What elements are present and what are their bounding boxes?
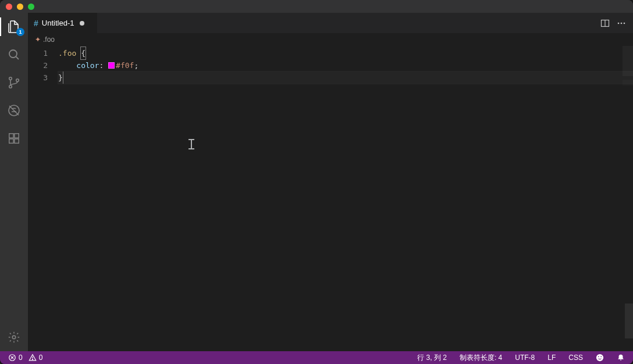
status-language[interactable]: CSS [566, 354, 585, 362]
settings-gear-icon[interactable] [7, 330, 21, 344]
text-cursor-icon [191, 139, 192, 149]
window-maximize-button[interactable] [28, 3, 34, 10]
svg-point-22 [598, 356, 599, 357]
status-tab-size[interactable]: 制表符长度: 4 [457, 353, 504, 363]
tab-title: Untitled-1 [42, 19, 74, 27]
svg-rect-9 [15, 134, 19, 138]
status-problems[interactable]: 0 0 [6, 351, 45, 364]
activity-bar: 1 [0, 13, 28, 351]
breadcrumb[interactable]: ✦ .foo [28, 33, 633, 46]
minimap[interactable] [623, 46, 633, 76]
svg-point-10 [12, 336, 16, 339]
code-line[interactable]: .foo { [58, 47, 633, 59]
svg-rect-6 [9, 134, 13, 138]
extensions-icon[interactable] [7, 131, 21, 145]
explorer-icon[interactable]: 1 [7, 20, 21, 34]
svg-point-3 [9, 85, 12, 88]
more-actions-icon[interactable] [617, 19, 626, 28]
search-icon[interactable] [7, 48, 21, 62]
svg-point-20 [32, 359, 33, 360]
svg-rect-8 [15, 139, 19, 143]
breadcrumb-symbol-icon: ✦ [35, 35, 41, 44]
code-area[interactable]: .foo { color: #f0f;} [58, 46, 633, 351]
window-close-button[interactable] [6, 3, 12, 10]
svg-rect-7 [9, 139, 13, 143]
minimap-overview[interactable] [623, 80, 633, 85]
color-swatch [108, 62, 115, 69]
svg-point-13 [618, 22, 620, 24]
svg-line-1 [16, 56, 19, 59]
tab-bar: # Untitled-1 [28, 13, 633, 33]
status-encoding[interactable]: UTF-8 [513, 354, 537, 362]
code-editor[interactable]: 1 2 3 .foo { color: #f0f;} [28, 46, 633, 351]
notifications-bell-icon[interactable] [614, 354, 627, 362]
code-line[interactable]: } [58, 72, 633, 84]
svg-point-23 [600, 356, 602, 357]
title-bar [0, 0, 633, 13]
code-line[interactable]: color: #f0f; [58, 59, 633, 72]
window-minimize-button[interactable] [17, 3, 23, 10]
svg-point-21 [596, 354, 603, 361]
svg-point-0 [9, 50, 17, 58]
svg-point-2 [9, 77, 12, 80]
split-editor-icon[interactable] [600, 19, 610, 28]
status-cursor-position[interactable]: 行 3, 列 2 [415, 353, 449, 363]
scrollbar-thumb[interactable] [625, 304, 633, 338]
feedback-smiley-icon[interactable] [593, 354, 606, 362]
source-control-icon[interactable] [7, 76, 21, 90]
svg-point-14 [621, 22, 623, 24]
svg-point-4 [16, 79, 19, 82]
dirty-indicator-icon [80, 21, 84, 26]
status-eol[interactable]: LF [545, 354, 558, 362]
breadcrumb-text: .foo [43, 35, 55, 44]
debug-icon[interactable] [7, 104, 21, 117]
svg-point-15 [624, 22, 625, 24]
explorer-badge: 1 [16, 28, 24, 36]
status-bar: 0 0 行 3, 列 2 制表符长度: 4 UTF-8 LF CSS [0, 351, 633, 364]
css-file-icon: # [34, 19, 38, 28]
editor-tab[interactable]: # Untitled-1 [28, 13, 98, 33]
line-gutter: 1 2 3 [28, 46, 58, 351]
